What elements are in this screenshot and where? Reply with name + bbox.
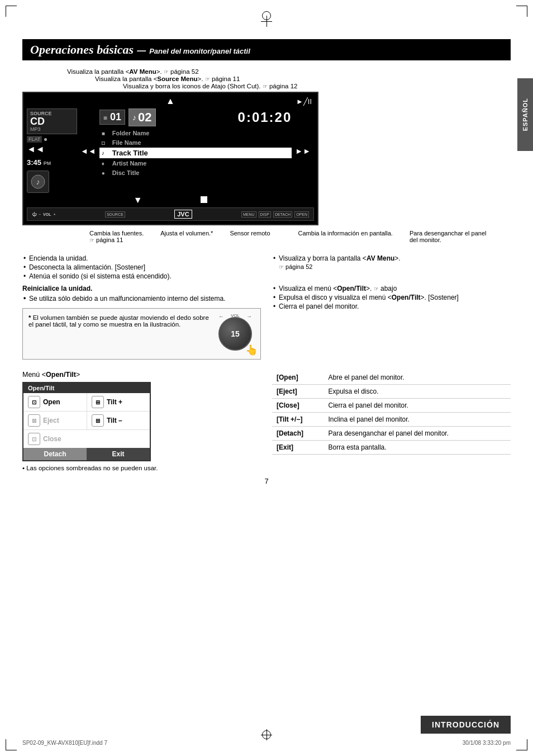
- detach-btn[interactable]: DETACH: [273, 211, 292, 218]
- close-label: Close: [43, 435, 61, 443]
- table-key-eject: [Eject]: [272, 385, 324, 399]
- ann3: Visualiza y borra los iconos de Atajo (S…: [123, 83, 511, 89]
- side-prev-btn[interactable]: ◄◄: [77, 108, 99, 193]
- menu-title: Menú <Open/Tilt>: [22, 371, 261, 379]
- bullet-3: Atenúa el sonido (si el sistema está enc…: [29, 272, 261, 280]
- table-row: [Open] Abre el panel del monitor.: [272, 371, 511, 385]
- control-bar: ⏻ − VOL + SOURCE JVC MENU DISP DETACH OP…: [27, 207, 314, 221]
- ann-volumen: Ajusta el volumen.*: [160, 230, 213, 243]
- side-next-btn[interactable]: ►►: [292, 108, 314, 193]
- table-row: [Detach] Para desenganchar el panel del …: [272, 427, 511, 441]
- time-value: 3:45: [27, 158, 41, 167]
- espanol-tab: ESPAÑOL: [517, 78, 533, 151]
- hand-icon: 👆: [245, 344, 258, 356]
- eject-label: Eject: [43, 417, 59, 424]
- dot-indicator: [44, 138, 47, 141]
- vol-label: VOL: [43, 212, 51, 216]
- arrow-down-icon[interactable]: ▼: [134, 195, 142, 205]
- bullet-r4: Cierra el panel del monitor.: [279, 303, 511, 310]
- folder-name-text: Folder Name: [112, 130, 150, 136]
- track-title-row: ♪ Track Title: [99, 148, 292, 158]
- disp-btn[interactable]: DISP: [259, 211, 271, 218]
- table-row: [Close] Cierra el panel del monitor.: [272, 399, 511, 413]
- tilt-plus-item[interactable]: ⊞ Tilt +: [87, 393, 150, 412]
- vol-note-text: * El volumen también se puede ajustar mo…: [28, 314, 209, 353]
- source-ctrl-btn[interactable]: SOURCE: [105, 211, 125, 218]
- ann-disp-text: Cambia la información en pantalla.: [298, 230, 393, 237]
- display-full: SOURCE CD MP3 FLAT ◄◄ 3:45 PM: [27, 108, 314, 193]
- table-row: [Eject] Expulsa el disco.: [272, 385, 511, 399]
- open-tilt-btn[interactable]: OPEN: [294, 211, 309, 218]
- bullet-r2: Visualiza el menú <Open/Tilt>. ☞ abajo: [279, 285, 511, 292]
- vol-plus-btn[interactable]: +: [53, 212, 55, 216]
- ann-sensor-text: Sensor remoto: [230, 230, 270, 237]
- ann-disp: Cambia la información en pantalla.: [298, 230, 393, 243]
- bullet-r1: Visualiza y borra la pantalla <AV Menu>.: [279, 254, 511, 262]
- vol-dial: 15 👆 ←VOL→: [216, 314, 255, 353]
- tilt-minus-item[interactable]: ⊞ Tilt –: [87, 412, 150, 430]
- table-val-tilt: Inclina el panel del monitor.: [324, 413, 511, 427]
- folder-icon: ■: [102, 130, 110, 136]
- opentilt-grid: ⊡ Open ⊞ Tilt + ⊠ Eject ⊞: [23, 393, 150, 448]
- exit-bottom-btn[interactable]: Exit: [87, 448, 150, 460]
- corner-tl: [6, 6, 17, 17]
- eject-item[interactable]: ⊠ Eject: [23, 412, 87, 430]
- disc-icon: ●: [102, 170, 110, 176]
- track-num2: 02: [138, 110, 151, 125]
- corner-bl: [6, 739, 17, 750]
- top-annotations: Visualiza la pantalla <AV Menu>. ☞ págin…: [67, 68, 511, 89]
- display-top: ■ 01 ♪ 02 0:01:20: [99, 108, 292, 126]
- table-key-tilt: [Tilt +/−]: [272, 413, 324, 427]
- info-table-body: [Open] Abre el panel del monitor. [Eject…: [272, 371, 511, 455]
- bullet-2: Desconecta la alimentación. [Sostener]: [29, 263, 261, 271]
- arrow-down-container[interactable]: ▼: [27, 195, 314, 205]
- table-row: [Tilt +/−] Inclina el panel del monitor.: [272, 413, 511, 427]
- source-box: SOURCE CD MP3: [27, 108, 77, 134]
- table-key-detach: [Detach]: [272, 427, 324, 441]
- ann2: Visualiza la pantalla <Source Menu>. ☞ p…: [95, 75, 511, 82]
- table-val-detach: Para desenganchar el panel del monitor.: [324, 427, 511, 441]
- reinicialice-bullet: • Se utiliza sólo debido a un malfuncion…: [29, 295, 261, 303]
- tilt-plus-icon: ⊞: [92, 396, 104, 408]
- ann-fuentes: Cambia las fuentes. ☞ página 11: [89, 230, 144, 243]
- espanol-label: ESPAÑOL: [522, 98, 529, 131]
- options-note: • Las opciones sombreadas no se pueden u…: [22, 465, 261, 471]
- table-val-exit: Borra esta pantalla.: [324, 441, 511, 455]
- footer-right: 30/1/08 3:33:20 pm: [463, 740, 511, 746]
- power-icon[interactable]: ⏻: [32, 212, 36, 217]
- info-table: [Open] Abre el panel del monitor. [Eject…: [272, 371, 511, 455]
- flat-row: FLAT: [27, 136, 77, 143]
- footer-left: SP02-09_KW-AVX810[EU]f.indd 7: [22, 740, 107, 746]
- two-col-main: Encienda la unidad. Desconecta la alimen…: [22, 250, 511, 365]
- arrow-up-icon[interactable]: ▲: [166, 96, 175, 106]
- close-item[interactable]: ⊡ Close: [23, 430, 87, 448]
- page-title-box: Operaciones básicas — Panel del monitor/…: [22, 39, 511, 60]
- vol-arrows: ←VOL→: [218, 313, 252, 319]
- close-icon: ⊡: [28, 433, 40, 445]
- ann-sensor: Sensor remoto: [230, 230, 270, 243]
- crosshair-circle-top: [262, 11, 271, 20]
- table-val-eject: Expulsa el disco.: [324, 385, 511, 399]
- menu-btn[interactable]: MENU: [241, 211, 256, 218]
- vol-minus-btn[interactable]: −: [39, 212, 41, 216]
- vol-note-box: * El volumen también se puede ajustar mo…: [22, 308, 261, 360]
- flat-label: FLAT: [27, 136, 42, 143]
- open-item[interactable]: ⊡ Open: [23, 393, 87, 412]
- open-icon: ⊡: [28, 396, 40, 408]
- svg-text:♪: ♪: [36, 177, 40, 186]
- detach-bottom-btn[interactable]: Detach: [23, 448, 87, 460]
- ann-fuentes-text: Cambia las fuentes.: [89, 230, 144, 237]
- ann-desenganchar: Para desenganchar el panel del monitor.: [410, 230, 487, 243]
- track-num1: 01: [110, 111, 121, 122]
- main-content: Operaciones básicas — Panel del monitor/…: [22, 39, 511, 485]
- stop-button[interactable]: [201, 196, 207, 203]
- page-title-main: Operaciones básicas: [30, 42, 134, 57]
- ctrl-left: ⏻ − VOL +: [32, 212, 56, 217]
- prev-btn[interactable]: ◄◄: [27, 144, 77, 154]
- time-pm: PM: [44, 160, 51, 166]
- intro-bar: INTRODUCCIÓN: [421, 716, 511, 734]
- disc-row: ● Disc Title: [99, 168, 292, 177]
- table-key-exit: [Exit]: [272, 441, 324, 455]
- opentilt-bottom: Detach Exit: [23, 448, 150, 460]
- time-big: 0:01:20: [238, 110, 292, 125]
